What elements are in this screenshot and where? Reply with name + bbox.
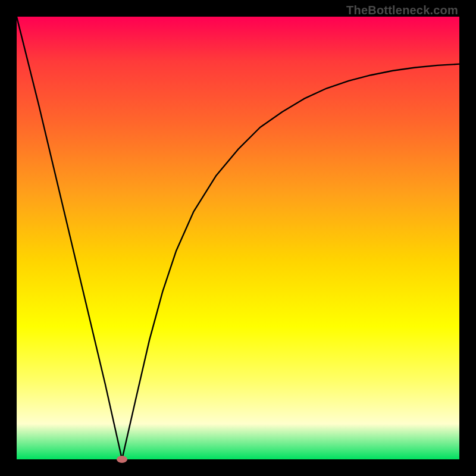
optimal-point-marker (117, 456, 127, 463)
chart-frame (17, 17, 459, 459)
bottleneck-curve (17, 17, 459, 459)
attribution-text: TheBottleneck.com (346, 4, 458, 17)
chart-curve-svg (17, 17, 459, 459)
